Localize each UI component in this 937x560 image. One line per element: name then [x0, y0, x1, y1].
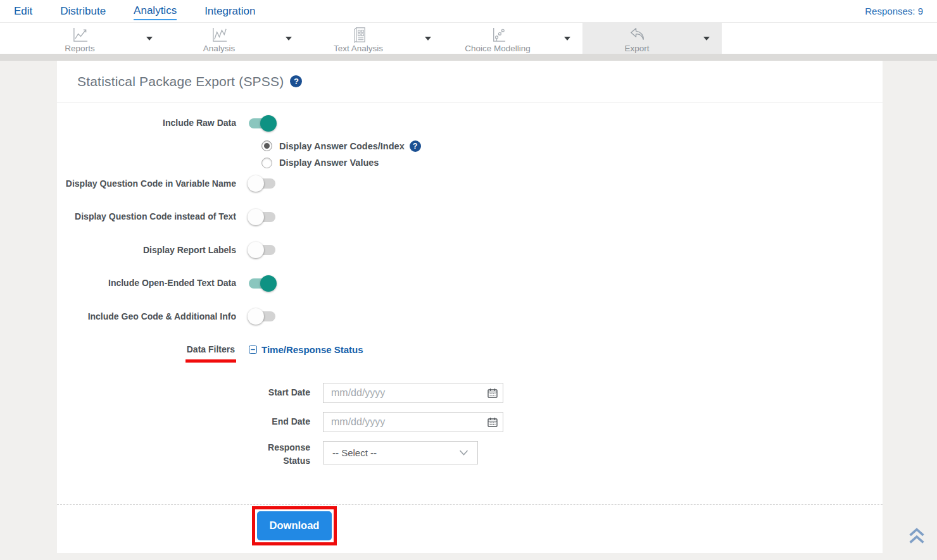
toggle-knob [248, 308, 264, 325]
tab-export[interactable]: Export [582, 23, 691, 54]
tab-group-reports: Reports [25, 23, 165, 54]
toggle-knob [248, 209, 264, 225]
nav-item-analytics[interactable]: Analytics [134, 2, 177, 20]
tab-label: Choice Modelling [465, 44, 531, 53]
start-date-label: Start Date [261, 386, 323, 399]
responses-count: Responses: 9 [865, 6, 923, 16]
panel-header: Statistical Package Export (SPSS) ? [57, 61, 883, 103]
tab-text-analysis-caret[interactable] [413, 23, 443, 54]
radio-row-codes-index: Display Answer Codes/Index ? [261, 140, 883, 152]
download-button[interactable]: Download [257, 511, 332, 540]
question-code-instead-label: Display Question Code instead of Text [57, 211, 249, 223]
radio-row-answer-values: Display Answer Values [261, 158, 883, 168]
page-title: Statistical Package Export (SPSS) [77, 74, 284, 89]
start-date-wrap [323, 383, 503, 403]
export-panel: Statistical Package Export (SPSS) ? Incl… [57, 61, 883, 553]
data-filters-row: Data Filters Time/Response Status [57, 344, 883, 363]
answer-codes-index-radio[interactable] [261, 140, 272, 151]
tab-text-analysis[interactable]: Text Analysis [304, 23, 413, 54]
start-date-row: Start Date [261, 383, 883, 403]
tab-choice-modelling[interactable]: Choice Modelling [443, 23, 552, 54]
open-ended-text-toggle[interactable] [249, 278, 275, 289]
answer-values-label: Display Answer Values [279, 158, 379, 168]
primary-nav: Edit Distribute Analytics Integration Re… [0, 0, 937, 23]
title-help-icon[interactable]: ? [290, 75, 302, 87]
nav-item-edit[interactable]: Edit [14, 3, 32, 20]
reports-line-chart-icon [72, 26, 89, 43]
response-status-value: -- Select -- [332, 447, 377, 458]
tab-group-analysis: Analysis [165, 23, 304, 54]
calendar-icon[interactable] [487, 417, 498, 427]
question-code-variable-label: Display Question Code in Variable Name [57, 178, 249, 190]
time-response-status-header[interactable]: Time/Response Status [249, 344, 363, 355]
question-code-instead-row: Display Question Code instead of Text [57, 211, 883, 223]
caret-down-icon [286, 37, 292, 40]
tab-group-text-analysis: Text Analysis [304, 23, 443, 54]
question-code-instead-toggle[interactable] [249, 212, 275, 222]
geo-code-row: Include Geo Code & Additional Info [57, 311, 883, 323]
tab-reports-caret[interactable] [134, 23, 165, 54]
toggle-knob [248, 175, 264, 192]
caret-down-icon [146, 37, 153, 40]
data-filters-label-wrap: Data Filters [57, 344, 249, 363]
tabbar-bottom-strip [0, 54, 937, 61]
end-date-wrap [323, 412, 503, 432]
report-labels-label: Display Report Labels [57, 245, 249, 256]
nav-item-integration[interactable]: Integration [204, 3, 255, 20]
start-date-input[interactable] [323, 383, 503, 403]
calendar-icon[interactable] [487, 388, 498, 398]
geo-code-label: Include Geo Code & Additional Info [57, 311, 249, 323]
caret-down-icon [564, 37, 570, 40]
panel-footer: Download [57, 504, 883, 545]
tab-label: Text Analysis [334, 44, 383, 53]
include-raw-data-toggle[interactable] [249, 118, 275, 128]
geo-code-toggle[interactable] [249, 311, 275, 321]
caret-down-icon [703, 37, 710, 40]
data-filters-label: Data Filters [186, 344, 236, 363]
end-date-label: End Date [261, 415, 323, 428]
tab-analysis-caret[interactable] [274, 23, 304, 54]
tab-choice-modelling-caret[interactable] [552, 23, 582, 54]
toggle-knob [248, 242, 264, 258]
question-code-variable-toggle[interactable] [249, 178, 275, 189]
tab-group-choice-modelling: Choice Modelling [443, 23, 582, 54]
tab-group-export: Export [582, 23, 722, 54]
scroll-to-top-button[interactable] [907, 526, 926, 549]
export-arrow-icon [629, 26, 646, 43]
time-response-status-label: Time/Response Status [261, 344, 363, 355]
tab-label: Export [624, 44, 649, 53]
text-analysis-document-icon [350, 26, 367, 43]
tab-label: Reports [65, 44, 94, 53]
tab-analysis[interactable]: Analysis [165, 23, 274, 54]
choice-modelling-scatter-icon [489, 26, 506, 43]
report-labels-toggle[interactable] [249, 245, 275, 255]
download-annotation-box: Download [252, 506, 337, 545]
end-date-row: End Date [261, 412, 883, 432]
question-code-variable-row: Display Question Code in Variable Name [57, 178, 883, 190]
answer-codes-help-icon[interactable]: ? [410, 140, 421, 152]
caret-down-icon [425, 37, 431, 40]
end-date-input[interactable] [323, 412, 503, 432]
include-raw-data-label: Include Raw Data [57, 118, 249, 129]
analytics-tabbar: Reports Analysis Text Anal [0, 23, 937, 54]
nav-item-distribute[interactable]: Distribute [60, 3, 106, 20]
tab-label: Analysis [203, 44, 235, 53]
chevron-down-icon [459, 450, 468, 456]
export-options-form: Include Raw Data Display Answer Codes/In… [57, 103, 883, 545]
double-chevron-up-icon [907, 526, 926, 546]
open-ended-text-label: Include Open-Ended Text Data [57, 278, 249, 289]
response-status-label: Response Status [261, 441, 323, 468]
response-status-select[interactable]: -- Select -- [323, 441, 478, 464]
tab-reports[interactable]: Reports [25, 23, 134, 54]
response-status-row: Response Status -- Select -- [261, 441, 883, 468]
answer-codes-index-label: Display Answer Codes/Index [279, 141, 405, 151]
time-response-status-body: Start Date End Date [261, 383, 883, 468]
analysis-line-chart-icon [211, 26, 228, 43]
open-ended-text-row: Include Open-Ended Text Data [57, 278, 883, 289]
include-raw-data-row: Include Raw Data [57, 118, 883, 129]
collapse-minus-icon [249, 345, 257, 354]
answer-display-radio-group: Display Answer Codes/Index ? Display Ans… [261, 140, 883, 168]
toggle-knob [260, 115, 277, 132]
answer-values-radio[interactable] [261, 158, 272, 168]
tab-export-caret[interactable] [691, 23, 722, 54]
